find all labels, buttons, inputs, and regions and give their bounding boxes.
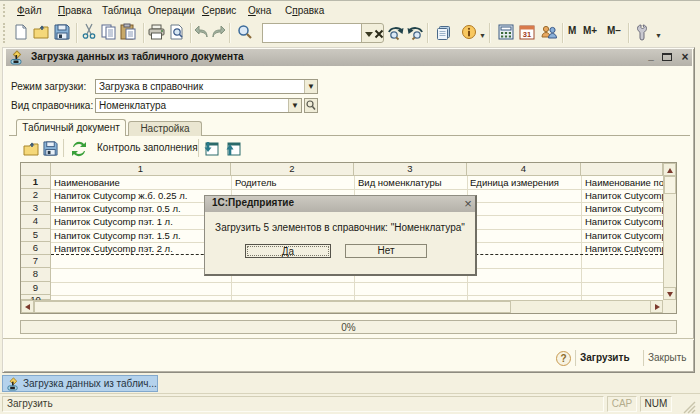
svg-text:31: 31 (523, 30, 531, 39)
